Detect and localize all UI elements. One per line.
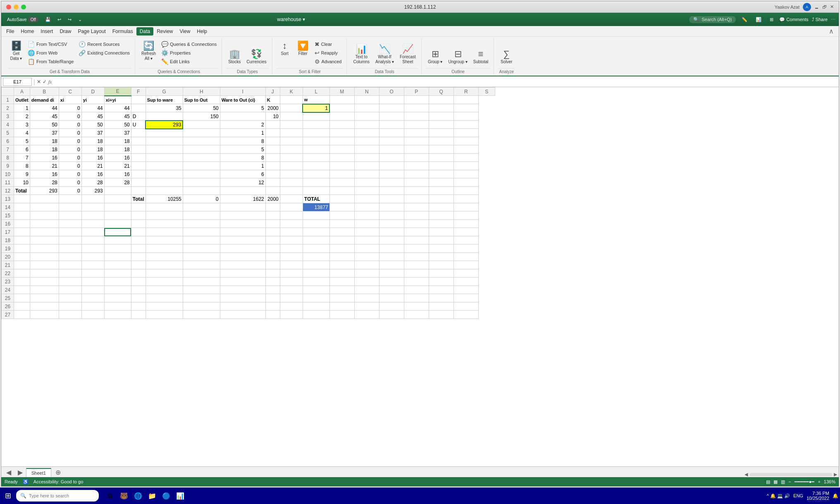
text-to-columns-button[interactable]: 📊 Text toColumns	[351, 43, 371, 66]
cell-P2[interactable]	[404, 104, 429, 112]
cell-P5[interactable]	[404, 129, 429, 137]
taskbar-search-input[interactable]	[29, 493, 83, 498]
cell-R6[interactable]	[453, 137, 478, 145]
cell-A11[interactable]: 10	[14, 178, 30, 187]
cell-N20[interactable]	[354, 253, 379, 261]
cell-B16[interactable]	[30, 220, 59, 228]
cell-C27[interactable]	[59, 311, 81, 319]
cell-R27[interactable]	[453, 311, 478, 319]
cell-B14[interactable]	[30, 203, 59, 212]
row-header-21[interactable]: 21	[2, 261, 14, 269]
get-data-button[interactable]: 🗄️ GetData ▾	[8, 40, 24, 62]
cell-P18[interactable]	[404, 236, 429, 245]
row-header-1[interactable]: 1	[2, 96, 14, 104]
cell-A4[interactable]: 3	[14, 121, 30, 129]
cell-G4[interactable]: 293	[146, 121, 183, 129]
cell-O9[interactable]	[379, 162, 404, 170]
cell-F5[interactable]	[131, 129, 146, 137]
cell-C14[interactable]	[59, 203, 81, 212]
cell-N26[interactable]	[354, 302, 379, 311]
cell-G14[interactable]	[146, 203, 183, 212]
col-header-g[interactable]: G	[146, 88, 183, 96]
cell-E6[interactable]: 18	[104, 137, 131, 145]
cell-H4[interactable]	[183, 121, 220, 129]
menu-page-layout[interactable]: Page Layout	[74, 27, 109, 36]
cell-D14[interactable]	[81, 203, 104, 212]
cell-B24[interactable]	[30, 286, 59, 294]
cell-D12[interactable]: 293	[81, 187, 104, 195]
cell-N15[interactable]	[354, 212, 379, 220]
cell-Q13[interactable]	[429, 195, 453, 203]
cell-R13[interactable]	[453, 195, 478, 203]
row-header-6[interactable]: 6	[2, 137, 14, 145]
cell-D21[interactable]	[81, 261, 104, 269]
stocks-button[interactable]: 🏢 Stocks	[226, 48, 243, 66]
cell-R22[interactable]	[453, 269, 478, 278]
cell-L22[interactable]	[303, 269, 329, 278]
cell-I14[interactable]	[220, 203, 265, 212]
cell-O8[interactable]	[379, 154, 404, 162]
cell-I23[interactable]	[220, 278, 265, 286]
cell-F11[interactable]	[131, 178, 146, 187]
cell-G24[interactable]	[146, 286, 183, 294]
cell-J15[interactable]	[265, 212, 280, 220]
cell-M24[interactable]	[329, 286, 354, 294]
cell-I22[interactable]	[220, 269, 265, 278]
cell-B15[interactable]	[30, 212, 59, 220]
cell-H12[interactable]	[183, 187, 220, 195]
sort-button[interactable]: ↕️ Sort	[277, 40, 293, 57]
undo-button[interactable]: ↩	[55, 16, 64, 23]
cell-O25[interactable]	[379, 294, 404, 302]
cell-G12[interactable]	[146, 187, 183, 195]
cell-C19[interactable]	[59, 245, 81, 253]
pen-icon[interactable]: ✏️	[739, 16, 750, 23]
cell-G11[interactable]	[146, 178, 183, 187]
cell-P12[interactable]	[404, 187, 429, 195]
cell-F9[interactable]	[131, 162, 146, 170]
sheet-tab-sheet1[interactable]: Sheet1	[26, 468, 51, 477]
cell-K26[interactable]	[280, 302, 303, 311]
cell-O23[interactable]	[379, 278, 404, 286]
cell-C11[interactable]: 0	[59, 178, 81, 187]
cancel-formula-icon[interactable]: ✕	[37, 79, 41, 85]
cell-I3[interactable]	[220, 112, 265, 121]
ribbon-collapse[interactable]: ∧	[826, 27, 837, 35]
cell-L27[interactable]	[303, 311, 329, 319]
cell-K27[interactable]	[280, 311, 303, 319]
cell-K14[interactable]	[280, 203, 303, 212]
cell-E26[interactable]	[104, 302, 131, 311]
cell-R15[interactable]	[453, 212, 478, 220]
cell-L19[interactable]	[303, 245, 329, 253]
row-header-7[interactable]: 7	[2, 145, 14, 154]
cell-R16[interactable]	[453, 220, 478, 228]
cell-H22[interactable]	[183, 269, 220, 278]
cell-N5[interactable]	[354, 129, 379, 137]
cell-D7[interactable]: 18	[81, 145, 104, 154]
col-header-d[interactable]: D	[81, 88, 104, 96]
cell-R19[interactable]	[453, 245, 478, 253]
cell-B22[interactable]	[30, 269, 59, 278]
row-header-11[interactable]: 11	[2, 178, 14, 187]
cell-G5[interactable]	[146, 129, 183, 137]
cell-P23[interactable]	[404, 278, 429, 286]
cell-L23[interactable]	[303, 278, 329, 286]
cell-C22[interactable]	[59, 269, 81, 278]
cell-B1[interactable]: demand di	[30, 96, 59, 104]
cell-I1[interactable]: Ware to Out (ci)	[220, 96, 265, 104]
cell-F22[interactable]	[131, 269, 146, 278]
cell-R1[interactable]	[453, 96, 478, 104]
row-header-12[interactable]: 12	[2, 187, 14, 195]
cell-G22[interactable]	[146, 269, 183, 278]
cell-Q15[interactable]	[429, 212, 453, 220]
col-header-s[interactable]: S	[478, 88, 495, 96]
navigate-left-button[interactable]: ◀	[3, 468, 14, 477]
cell-F2[interactable]	[131, 104, 146, 112]
cell-G18[interactable]	[146, 236, 183, 245]
cell-I26[interactable]	[220, 302, 265, 311]
cell-E17[interactable]	[104, 228, 131, 236]
cell-M11[interactable]	[329, 178, 354, 187]
cell-E27[interactable]	[104, 311, 131, 319]
cell-Q14[interactable]	[429, 203, 453, 212]
filter-button[interactable]: 🔽 Filter	[295, 40, 311, 57]
cell-Q24[interactable]	[429, 286, 453, 294]
